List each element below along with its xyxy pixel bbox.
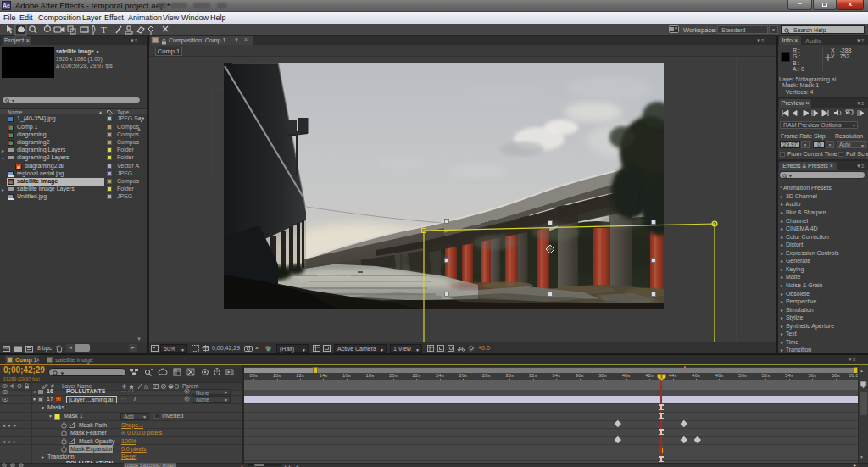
svg-text:T: T: [101, 25, 107, 35]
svg-text:fx: fx: [144, 384, 149, 390]
